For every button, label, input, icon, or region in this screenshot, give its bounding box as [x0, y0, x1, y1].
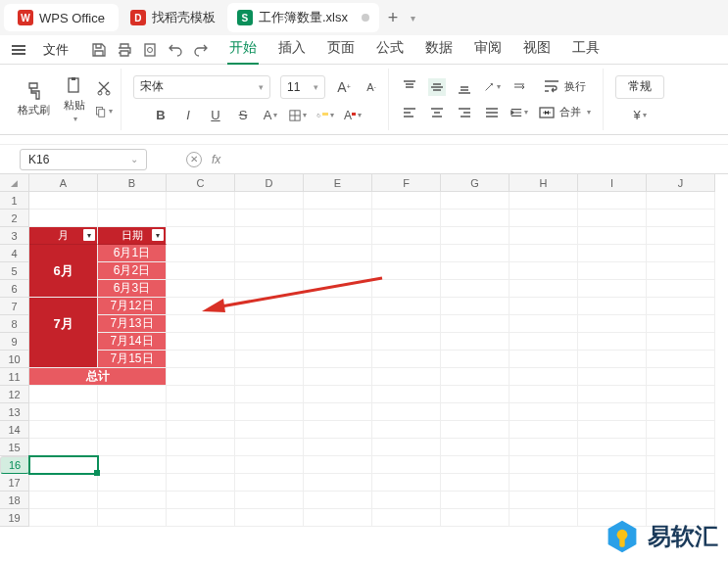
- justify-icon[interactable]: [483, 104, 501, 121]
- column-header[interactable]: H: [510, 174, 578, 192]
- row-header[interactable]: 4: [0, 245, 29, 262]
- borders-button[interactable]: [289, 107, 307, 124]
- cell[interactable]: [372, 456, 441, 474]
- cell[interactable]: [304, 368, 372, 386]
- app-tab-wps[interactable]: W WPS Office: [4, 4, 119, 31]
- tabs-dropdown-icon[interactable]: ▾: [407, 13, 419, 23]
- cell[interactable]: [647, 403, 715, 421]
- font-name-select[interactable]: 宋体▾: [133, 75, 270, 99]
- cell[interactable]: [441, 456, 510, 474]
- cell[interactable]: [510, 227, 578, 245]
- row-header[interactable]: 10: [0, 351, 29, 368]
- cell[interactable]: [98, 492, 167, 509]
- print-icon[interactable]: [116, 41, 133, 59]
- redo-icon[interactable]: [192, 41, 210, 59]
- pivot-date-cell[interactable]: 6月1日: [98, 245, 167, 262]
- row-header[interactable]: 2: [0, 210, 29, 227]
- copy-icon[interactable]: [95, 103, 113, 120]
- cell[interactable]: [304, 351, 372, 368]
- select-all-corner[interactable]: ◢: [0, 174, 29, 192]
- cell[interactable]: [578, 492, 647, 509]
- cell[interactable]: [235, 474, 304, 492]
- cell[interactable]: [304, 192, 372, 210]
- cell[interactable]: [647, 421, 715, 439]
- row-header[interactable]: 18: [0, 492, 29, 509]
- cell[interactable]: [235, 192, 304, 210]
- cell[interactable]: [647, 315, 715, 333]
- cell[interactable]: [441, 245, 510, 262]
- cell[interactable]: [510, 245, 578, 262]
- cell[interactable]: [510, 509, 578, 527]
- pivot-date-cell[interactable]: 7月15日: [98, 351, 167, 368]
- cell[interactable]: [304, 298, 372, 315]
- cell[interactable]: [647, 298, 715, 315]
- undo-icon[interactable]: [167, 41, 184, 59]
- cell[interactable]: [647, 474, 715, 492]
- cell[interactable]: [167, 262, 235, 280]
- tab-view[interactable]: 视图: [521, 35, 553, 65]
- cell[interactable]: [372, 386, 441, 403]
- row-header[interactable]: 7: [0, 298, 29, 315]
- cell[interactable]: [98, 474, 167, 492]
- pivot-date-cell[interactable]: 7月12日: [98, 298, 167, 315]
- cell[interactable]: [98, 439, 167, 456]
- cell[interactable]: [304, 456, 372, 474]
- cell[interactable]: [578, 315, 647, 333]
- cell[interactable]: [235, 245, 304, 262]
- indent-icon[interactable]: [510, 104, 528, 121]
- strike-button[interactable]: S: [234, 107, 252, 124]
- cell[interactable]: [167, 280, 235, 298]
- fx-label[interactable]: fx: [212, 153, 220, 166]
- tab-formula[interactable]: 公式: [374, 35, 406, 65]
- cell[interactable]: [235, 386, 304, 403]
- cell[interactable]: [510, 351, 578, 368]
- align-bottom-icon[interactable]: [456, 78, 473, 96]
- cell[interactable]: [578, 280, 647, 298]
- cell[interactable]: [304, 421, 372, 439]
- cell[interactable]: [235, 315, 304, 333]
- pivot-month-cell[interactable]: [29, 298, 98, 315]
- cell[interactable]: [167, 227, 235, 245]
- cell[interactable]: [235, 439, 304, 456]
- row-header[interactable]: 12: [0, 386, 29, 403]
- cell[interactable]: [98, 509, 167, 527]
- row-header[interactable]: 17: [0, 474, 29, 492]
- tab-insert[interactable]: 插入: [276, 35, 308, 65]
- spreadsheet-grid[interactable]: ◢ A B C D E F G H I J 1 2 3 4 5 6 7 8 9 …: [0, 174, 728, 546]
- cell[interactable]: [167, 386, 235, 403]
- cell[interactable]: [372, 262, 441, 280]
- cell[interactable]: [578, 368, 647, 386]
- cell[interactable]: [167, 315, 235, 333]
- cell[interactable]: [647, 492, 715, 509]
- cell[interactable]: [441, 368, 510, 386]
- cell[interactable]: [235, 262, 304, 280]
- cell[interactable]: [304, 245, 372, 262]
- paste-button[interactable]: 粘贴: [60, 74, 89, 125]
- cell[interactable]: [304, 403, 372, 421]
- cell[interactable]: [441, 403, 510, 421]
- cell[interactable]: [167, 439, 235, 456]
- cell[interactable]: [29, 386, 98, 403]
- new-tab-button[interactable]: +: [381, 6, 405, 29]
- cell[interactable]: [304, 474, 372, 492]
- cell[interactable]: [304, 492, 372, 509]
- row-header[interactable]: 5: [0, 262, 29, 280]
- cell[interactable]: [578, 351, 647, 368]
- hamburger-icon[interactable]: [8, 41, 29, 59]
- cell[interactable]: [372, 368, 441, 386]
- cell[interactable]: [441, 439, 510, 456]
- cell[interactable]: [372, 509, 441, 527]
- merge-button[interactable]: 合并: [534, 102, 595, 123]
- column-header[interactable]: G: [441, 174, 510, 192]
- cell[interactable]: [510, 192, 578, 210]
- pivot-month-cell[interactable]: [29, 280, 98, 298]
- cell[interactable]: [304, 315, 372, 333]
- tab-review[interactable]: 审阅: [472, 35, 504, 65]
- cell[interactable]: [647, 245, 715, 262]
- cell[interactable]: [372, 421, 441, 439]
- template-tab[interactable]: D 找稻壳模板: [121, 3, 225, 32]
- align-top-icon[interactable]: [401, 78, 418, 96]
- cell[interactable]: [167, 456, 235, 474]
- cell[interactable]: [647, 333, 715, 351]
- pivot-date-cell[interactable]: 6月3日: [98, 280, 167, 298]
